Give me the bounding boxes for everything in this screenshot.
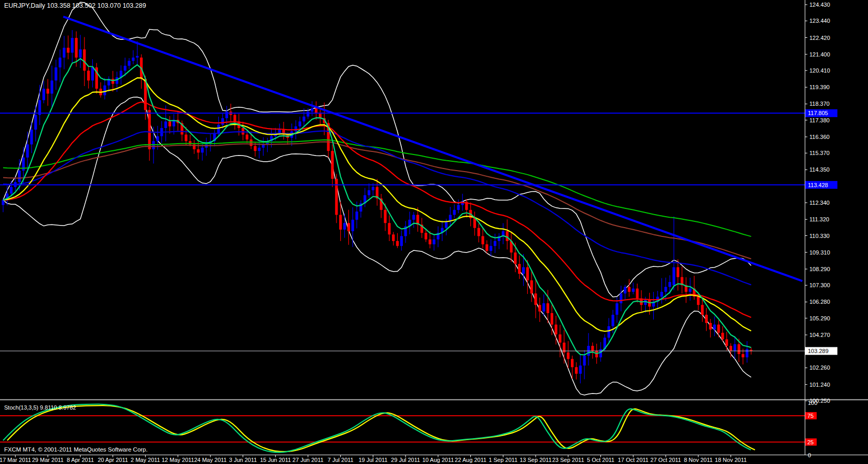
candle-bull (664, 287, 667, 291)
candle-bull (164, 121, 167, 128)
candle-bull (262, 145, 264, 148)
candle-bear (315, 108, 317, 113)
price-tick-label: 115.370 (809, 150, 830, 156)
date-tick-label: 12 May 2011 (162, 457, 194, 463)
candle-bear (388, 223, 390, 234)
candle-bear (429, 240, 431, 244)
price-tick-label: 121.400 (809, 51, 830, 58)
candle-bull (91, 67, 94, 80)
candle-bear (169, 121, 171, 126)
candle-bear (233, 115, 236, 122)
candle-bear (347, 223, 350, 231)
candle-bear (331, 151, 333, 179)
price-tick-label: 106.280 (809, 299, 830, 305)
price-tick-label: 111.320 (809, 216, 829, 222)
price-tick-label: 120.410 (809, 67, 830, 74)
candle-bull (103, 86, 106, 95)
candle-bull (542, 303, 545, 312)
candle-bull (615, 303, 618, 315)
candle-bear (478, 228, 480, 236)
candle-bear (721, 333, 724, 340)
candle-bull (632, 289, 635, 292)
candle-bull (10, 187, 12, 194)
candle-bear (148, 110, 151, 149)
candle-bear (717, 325, 720, 333)
candle-bear (575, 367, 578, 374)
hline-price-badge-label: 117.805 (808, 110, 828, 116)
date-tick-label: 24 May 2011 (194, 457, 227, 463)
candle-bull (583, 356, 586, 365)
candle-bear (254, 146, 256, 151)
price-tick-label: 109.310 (809, 249, 830, 256)
candle-bull (79, 49, 81, 58)
candle-bull (689, 289, 691, 292)
candle-bull (453, 210, 456, 215)
candle-bear (482, 236, 484, 244)
candle-bear (636, 289, 638, 299)
candle-bear (697, 297, 699, 305)
candle-bear (571, 359, 573, 367)
candle-bull (372, 187, 374, 190)
candle-bull (295, 126, 297, 131)
candle-bull (432, 240, 435, 244)
candle-bull (306, 111, 309, 116)
candle-bear (87, 71, 90, 80)
candle-bull (54, 67, 57, 80)
candle-bull (226, 111, 228, 118)
date-tick-label: 17 Mar 2011 (0, 457, 31, 463)
candle-bear (384, 210, 386, 223)
candle-bull (26, 145, 29, 158)
date-tick-label: 2 May 2011 (131, 457, 160, 463)
price-tick-label: 119.390 (809, 84, 830, 90)
date-tick-label: 19 Jul 2011 (358, 457, 387, 463)
candle-bull (303, 117, 305, 121)
candle-bear (506, 231, 509, 241)
candle-bear (197, 149, 200, 152)
candle-bear (47, 89, 49, 93)
candle-bull (673, 267, 675, 285)
candle-bear (555, 325, 557, 334)
candle-bull (457, 205, 459, 209)
candle-bear (567, 353, 569, 359)
candle-bull (608, 326, 610, 338)
price-tick-label: 102.260 (809, 364, 830, 371)
candle-bear (551, 313, 553, 325)
date-tick-label: 18 Nov 2011 (715, 457, 747, 463)
candle-bull (713, 325, 716, 329)
candle-bear (534, 293, 537, 305)
price-tick-label: 105.290 (809, 315, 830, 321)
price-tick-label: 108.290 (809, 266, 830, 272)
candle-bull (132, 58, 134, 61)
candle-bear (518, 264, 521, 274)
candle-bull (59, 58, 61, 67)
candle-bull (489, 246, 492, 250)
date-tick-label: 15 Jun 2011 (260, 457, 291, 463)
candle-bear (558, 334, 561, 343)
candle-bull (620, 293, 622, 303)
price-tick-label: 104.270 (809, 332, 830, 338)
date-tick-label: 5 Oct 2011 (587, 457, 614, 463)
date-tick-label: 17 Oct 2011 (618, 457, 649, 463)
stoch-level-badge-label: 75 (807, 413, 814, 419)
candle-bear (75, 38, 78, 58)
candle-bull (50, 80, 53, 93)
candle-bull (34, 115, 37, 130)
candle-bull (522, 267, 525, 274)
candle-bull (156, 136, 159, 141)
candle-bull (30, 130, 33, 144)
candle-bull (355, 212, 358, 220)
candle-bear (530, 280, 533, 293)
date-tick-label: 8 Apr 2011 (67, 457, 94, 463)
candle-bear (677, 267, 679, 277)
stoch-level-badge-label: 25 (807, 439, 814, 445)
candle-bull (579, 365, 582, 374)
date-tick-label: 20 Apr 2011 (97, 457, 128, 463)
candle-bull (445, 221, 447, 228)
price-tick-label: 101.240 (809, 382, 830, 388)
chart-canvas[interactable]: 124.430123.440122.420121.400120.410119.3… (0, 0, 868, 464)
price-tick-label: 114.350 (809, 166, 830, 173)
candle-bear (741, 354, 744, 357)
copyright-label: FXCM MT4, © 2001-2011 MetaQuotes Softwar… (4, 446, 148, 453)
date-tick-label: 27 Jun 2011 (292, 457, 324, 463)
candle-bull (746, 349, 748, 357)
